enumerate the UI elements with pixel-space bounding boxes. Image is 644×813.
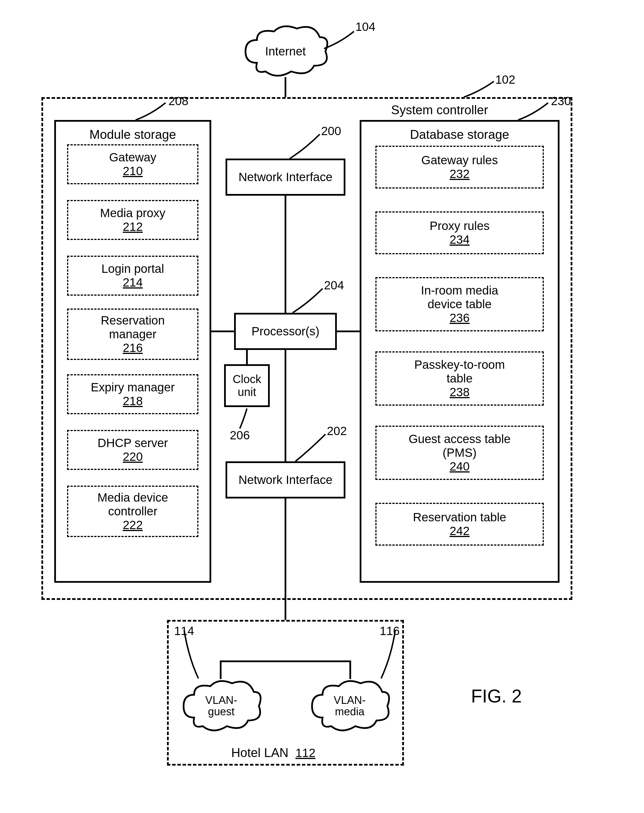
module-media-proxy-ref: 212: [123, 220, 143, 234]
module-media-device-ctrl-label: Media device controller: [90, 491, 176, 518]
clock-unit-ref: 206: [230, 428, 250, 442]
figure-label: FIG. 2: [471, 686, 522, 707]
module-storage-title: Module storage: [89, 127, 176, 142]
module-media-proxy-label: Media proxy: [100, 206, 165, 220]
module-dhcp-server-ref: 220: [123, 450, 143, 464]
module-reservation-mgr: Reservation manager 216: [67, 308, 198, 360]
module-expiry-mgr-label: Expiry manager: [91, 380, 175, 394]
db-reservation-table-ref: 242: [450, 524, 470, 538]
module-expiry-mgr: Expiry manager 218: [67, 374, 198, 414]
module-gateway: Gateway 210: [67, 144, 198, 184]
module-reservation-mgr-ref: 216: [123, 341, 143, 355]
vlan-media-label: VLAN-media: [307, 695, 393, 718]
db-passkey-room-label: Passkey-to-room table: [402, 358, 517, 386]
processors-label: Processor(s): [251, 325, 320, 338]
clock-unit-box: Clock unit: [224, 364, 270, 407]
module-media-device-ctrl: Media device controller 222: [67, 486, 198, 537]
module-login-portal-label: Login portal: [101, 262, 164, 276]
system-controller-label: System controller: [382, 103, 497, 117]
network-interface-bottom: Network Interface: [225, 461, 346, 499]
module-media-device-ctrl-ref: 222: [123, 518, 143, 532]
db-inroom-media-label: In-room media device table: [402, 284, 517, 311]
network-interface-bottom-label: Network Interface: [239, 473, 332, 487]
db-inroom-media-ref: 236: [450, 311, 470, 325]
database-storage-ref: 230: [551, 94, 571, 108]
module-login-portal: Login portal 214: [67, 256, 198, 296]
processors-box: Processor(s): [234, 313, 337, 350]
module-storage-ref: 208: [168, 94, 188, 108]
vlan-guest-cloud: VLAN-guest: [178, 678, 264, 735]
system-controller-ref: 102: [495, 73, 515, 87]
db-guest-access-ref: 240: [450, 460, 470, 473]
db-passkey-room-ref: 238: [450, 385, 470, 399]
db-guest-access: Guest access table (PMS) 240: [375, 426, 544, 480]
internet-cloud: Internet: [240, 23, 331, 80]
hotel-lan-ref: 112: [295, 746, 315, 759]
vlan-media-text: VLAN-media: [324, 695, 375, 718]
vlan-guest-ref: 114: [174, 624, 194, 638]
module-dhcp-server: DHCP server 220: [67, 430, 198, 470]
db-reservation-table-label: Reservation table: [413, 511, 506, 524]
hotel-lan-label-wrap: Hotel LAN 112: [231, 746, 315, 760]
database-storage-title: Database storage: [410, 127, 509, 142]
system-controller-text: System controller: [391, 103, 488, 117]
network-interface-bottom-ref: 202: [327, 424, 347, 438]
db-gateway-rules-ref: 232: [450, 167, 470, 181]
db-proxy-rules-ref: 234: [450, 233, 470, 247]
clock-unit-label: Clock unit: [230, 373, 264, 399]
internet-label: Internet: [240, 45, 331, 58]
module-gateway-label: Gateway: [109, 150, 156, 164]
network-interface-top-ref: 200: [321, 124, 341, 138]
module-expiry-mgr-ref: 218: [123, 394, 143, 408]
vlan-guest-label: VLAN-guest: [178, 695, 264, 718]
db-gateway-rules: Gateway rules 232: [375, 146, 544, 189]
module-dhcp-server-label: DHCP server: [98, 436, 168, 450]
module-reservation-mgr-label: Reservation manager: [90, 314, 176, 341]
module-media-proxy: Media proxy 212: [67, 200, 198, 240]
network-interface-top: Network Interface: [225, 158, 346, 196]
network-interface-top-label: Network Interface: [239, 170, 332, 184]
db-gateway-rules-label: Gateway rules: [421, 153, 498, 167]
db-inroom-media: In-room media device table 236: [375, 277, 544, 331]
db-proxy-rules-label: Proxy rules: [430, 219, 490, 233]
db-passkey-room: Passkey-to-room table 238: [375, 351, 544, 406]
vlan-media-ref: 116: [380, 624, 400, 638]
db-reservation-table: Reservation table 242: [375, 503, 544, 546]
vlan-guest-text: VLAN-guest: [196, 695, 247, 718]
module-gateway-ref: 210: [123, 164, 143, 178]
db-guest-access-label: Guest access table (PMS): [400, 432, 520, 460]
db-proxy-rules: Proxy rules 234: [375, 212, 544, 254]
vlan-media-cloud: VLAN-media: [307, 678, 393, 735]
internet-ref: 104: [355, 20, 375, 34]
module-login-portal-ref: 214: [123, 276, 143, 289]
hotel-lan-label: Hotel LAN: [231, 746, 289, 759]
processors-ref: 204: [324, 279, 344, 292]
